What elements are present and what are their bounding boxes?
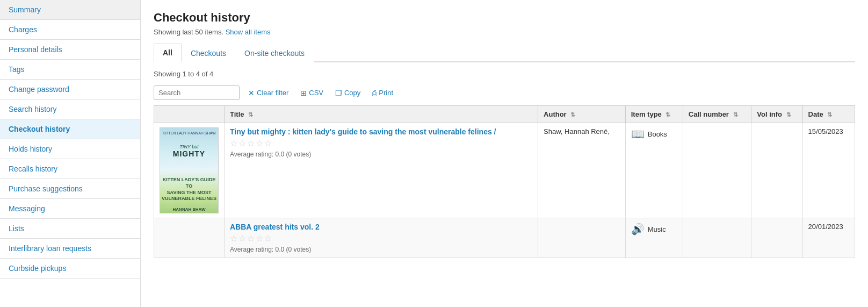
sort-icon: ⇅ bbox=[248, 111, 253, 118]
call-number-cell bbox=[683, 123, 751, 218]
item-title: Tiny but mighty : kitten lady's guide to… bbox=[230, 127, 532, 136]
item-avg-rating: Average rating: 0.0 (0 votes) bbox=[230, 246, 532, 253]
subtitle: Showing last 50 items. Show all items bbox=[154, 28, 855, 36]
item-type-cell: 🔊Music bbox=[625, 218, 683, 258]
table-row: KITTEN LADY HANNAH SHAW TINY but MIGHTY … bbox=[154, 123, 855, 218]
item-type-label: Music bbox=[648, 225, 666, 233]
print-label: Print bbox=[379, 89, 393, 97]
sidebar-item-summary[interactable]: Summary bbox=[0, 0, 140, 20]
item-type-content: 📖Books bbox=[631, 127, 677, 140]
copy-button[interactable]: ❐ Copy bbox=[332, 87, 364, 99]
print-icon: ⎙ bbox=[372, 89, 377, 97]
sort-icon: ⇅ bbox=[786, 111, 791, 118]
item-type-label: Books bbox=[648, 130, 667, 138]
item-title-link[interactable]: ABBA greatest hits vol. 2 bbox=[230, 223, 320, 231]
sidebar-item-charges[interactable]: Charges bbox=[0, 20, 140, 40]
call-number-cell bbox=[683, 218, 751, 258]
cover-author-name: HANNAH SHAW bbox=[160, 207, 218, 212]
col-header-cover bbox=[154, 106, 225, 123]
title-cell: Tiny but mighty : kitten lady's guide to… bbox=[225, 123, 538, 218]
sidebar-item-holds-history[interactable]: Holds history bbox=[0, 139, 140, 159]
vol-info-cell bbox=[751, 123, 802, 218]
author-cell: Shaw, Hannah René, bbox=[538, 123, 626, 218]
cover-tiny-text: TINY but bbox=[160, 144, 218, 149]
page-title: Checkout history bbox=[154, 11, 855, 25]
date-cell: 20/01/2023 bbox=[802, 218, 855, 258]
vol-info-cell bbox=[751, 218, 802, 258]
item-stars: ☆☆☆☆☆ bbox=[230, 233, 532, 244]
copy-label: Copy bbox=[344, 89, 360, 97]
csv-icon: ⊞ bbox=[300, 89, 307, 97]
title-cell: ABBA greatest hits vol. 2☆☆☆☆☆Average ra… bbox=[225, 218, 538, 258]
sidebar-item-messaging[interactable]: Messaging bbox=[0, 199, 140, 219]
filter-row: Showing 1 to 4 of 4 ✕ Clear filter ⊞ CSV… bbox=[154, 70, 855, 100]
showing-count: Showing 1 to 4 of 4 bbox=[154, 70, 855, 78]
main-content: Checkout history Showing last 50 items. … bbox=[141, 0, 868, 307]
author-cell bbox=[538, 218, 626, 258]
times-icon: ✕ bbox=[248, 89, 255, 97]
date-cell: 15/05/2023 bbox=[802, 123, 855, 218]
col-header-Item type[interactable]: Item type ⇅ bbox=[625, 106, 683, 123]
copy-icon: ❐ bbox=[335, 89, 342, 97]
sidebar-item-checkout-history[interactable]: Checkout history bbox=[0, 119, 140, 139]
clear-filter-label: Clear filter bbox=[257, 89, 288, 97]
item-title-link[interactable]: Tiny but mighty : kitten lady's guide to… bbox=[230, 127, 496, 136]
csv-button[interactable]: ⊞ CSV bbox=[297, 87, 327, 99]
item-type-content: 🔊Music bbox=[631, 223, 677, 235]
cover-subtitle: KITTEN LADY'S GUIDE TOSAVING THE MOSTVUL… bbox=[160, 177, 218, 202]
cover-mighty-text: MIGHTY bbox=[160, 149, 218, 158]
sidebar-item-tags[interactable]: Tags bbox=[0, 60, 140, 80]
checkout-history-table: Title ⇅Author ⇅Item type ⇅Call number ⇅V… bbox=[154, 105, 855, 258]
music-icon: 🔊 bbox=[631, 223, 645, 235]
sort-icon: ⇅ bbox=[827, 111, 832, 118]
show-all-items-link[interactable]: Show all items bbox=[226, 28, 271, 36]
sidebar: SummaryChargesPersonal detailsTagsChange… bbox=[0, 0, 141, 307]
col-header-Date[interactable]: Date ⇅ bbox=[802, 106, 855, 123]
sidebar-item-interlibrary-loan-requests[interactable]: Interlibrary loan requests bbox=[0, 239, 140, 259]
search-input[interactable] bbox=[154, 85, 240, 100]
subtitle-showing: Showing last 50 items. bbox=[154, 28, 223, 36]
sort-icon: ⇅ bbox=[733, 111, 738, 118]
col-header-Call number[interactable]: Call number ⇅ bbox=[683, 106, 751, 123]
sidebar-item-curbside-pickups[interactable]: Curbside pickups bbox=[0, 259, 140, 279]
col-header-Title[interactable]: Title ⇅ bbox=[225, 106, 538, 123]
tab-checkouts[interactable]: Checkouts bbox=[182, 44, 235, 62]
table-row: ABBA greatest hits vol. 2☆☆☆☆☆Average ra… bbox=[154, 218, 855, 258]
item-avg-rating: Average rating: 0.0 (0 votes) bbox=[230, 151, 532, 158]
book-icon: 📖 bbox=[631, 127, 645, 140]
cover-cell bbox=[154, 218, 225, 258]
item-stars: ☆☆☆☆☆ bbox=[230, 138, 532, 148]
sidebar-item-recalls-history[interactable]: Recalls history bbox=[0, 159, 140, 179]
cover-top-text: KITTEN LADY HANNAH SHAW bbox=[160, 131, 218, 136]
clear-filter-button[interactable]: ✕ Clear filter bbox=[245, 87, 292, 99]
col-header-Author[interactable]: Author ⇅ bbox=[538, 106, 626, 123]
book-cover-image: KITTEN LADY HANNAH SHAW TINY but MIGHTY … bbox=[160, 127, 219, 213]
sidebar-item-personal-details[interactable]: Personal details bbox=[0, 40, 140, 60]
sidebar-item-search-history[interactable]: Search history bbox=[0, 99, 140, 119]
col-header-Vol info[interactable]: Vol info ⇅ bbox=[751, 106, 802, 123]
csv-label: CSV bbox=[309, 89, 323, 97]
tab-all[interactable]: All bbox=[154, 44, 182, 62]
tab-on-site-checkouts[interactable]: On-site checkouts bbox=[235, 44, 314, 62]
cover-cell: KITTEN LADY HANNAH SHAW TINY but MIGHTY … bbox=[154, 123, 225, 218]
sort-icon: ⇅ bbox=[666, 111, 670, 118]
tabs-bar: AllCheckoutsOn-site checkouts bbox=[154, 44, 855, 62]
print-button[interactable]: ⎙ Print bbox=[369, 87, 396, 99]
sort-icon: ⇅ bbox=[570, 111, 575, 118]
item-title: ABBA greatest hits vol. 2 bbox=[230, 223, 532, 231]
sidebar-item-change-password[interactable]: Change password bbox=[0, 80, 140, 99]
item-type-cell: 📖Books bbox=[625, 123, 683, 218]
sidebar-item-lists[interactable]: Lists bbox=[0, 219, 140, 239]
sidebar-item-purchase-suggestions[interactable]: Purchase suggestions bbox=[0, 179, 140, 199]
